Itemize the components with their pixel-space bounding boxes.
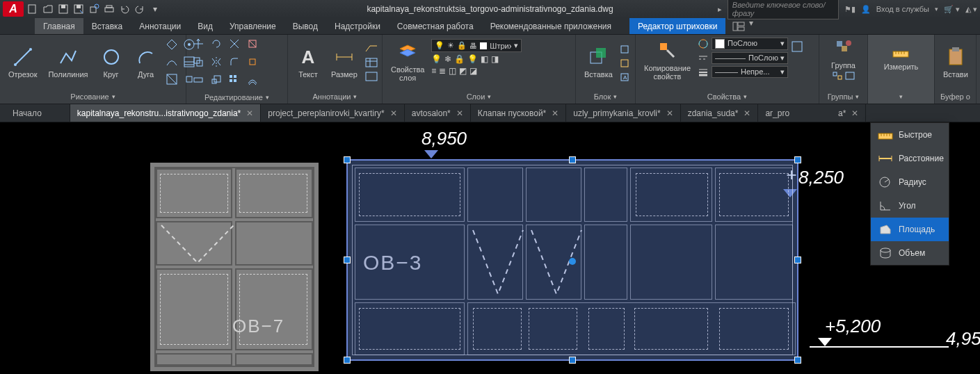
layer-delete-icon[interactable]: ◩ [459,66,467,76]
sign-in-label[interactable]: Вход в службы [876,5,929,13]
layer-iso-icon[interactable]: ◧ [481,54,488,64]
dimension-button[interactable]: Размер [327,44,362,80]
move-icon[interactable] [191,36,206,51]
user-icon[interactable]: 👤 [861,5,871,14]
undo-icon[interactable] [118,3,131,15]
file-tab-home[interactable]: Начало [0,104,70,122]
scale-icon[interactable] [209,72,224,88]
measure-radius[interactable]: Радиус [871,170,949,194]
panel-layers-title[interactable]: Слои▾ [383,90,575,104]
panel-draw-title[interactable]: Рисование▾ [0,90,186,104]
line-button[interactable]: Отрезок [4,44,41,80]
table-icon[interactable] [364,57,378,68]
block-create-icon[interactable] [620,43,632,54]
basket-icon[interactable]: 🛒 ▾ [944,5,960,14]
measure-area[interactable]: Площадь [871,218,949,241]
layer-change-icon[interactable]: ◪ [469,66,477,76]
layer-prev-icon[interactable]: ◨ [491,54,499,64]
spline-icon[interactable] [165,55,180,70]
measure-quick[interactable]: Быстрое [871,123,949,147]
layer-off-icon[interactable]: 💡 [467,54,478,64]
grip-handle[interactable] [794,357,801,364]
grip-handle[interactable] [569,357,576,364]
close-icon[interactable]: ✕ [456,108,463,118]
insert-block-button[interactable]: Вставка [580,44,617,80]
file-tab-5[interactable]: uzly_primykania_krovli*✕ [566,104,680,122]
explode-icon[interactable] [245,54,260,70]
arc-button[interactable]: Дуга [130,44,162,80]
tab-annotate[interactable]: Аннотации [131,18,189,34]
layer-walk-icon[interactable]: ≣ [439,66,446,76]
stretch-icon[interactable] [191,72,206,88]
polyline-button[interactable]: Полилиния [44,44,92,80]
copy-icon[interactable] [191,54,206,70]
rect-icon[interactable] [165,38,180,53]
leader-icon[interactable] [364,43,378,54]
file-tab-3[interactable]: avtosalon*✕ [405,104,471,122]
close-icon[interactable]: ✕ [666,108,673,118]
grip-handle[interactable] [794,156,801,163]
group-button[interactable]: Группа [831,36,856,70]
lineweight-combo[interactable]: ——— Непре...▾ [698,66,788,78]
file-tab-4[interactable]: Клапан пусковой*✕ [471,104,567,122]
mirror-icon[interactable] [209,54,224,70]
offset-icon[interactable] [245,72,260,88]
drawing-canvas[interactable]: 8,950 8,250 + +5,200 4,95 OB−7 [0,122,980,374]
text-button[interactable]: AТекст [292,44,324,80]
measure-volume[interactable]: Объем [871,241,949,265]
rotate-icon[interactable] [209,36,224,51]
tab-home[interactable]: Главная [35,18,83,34]
layer-combo[interactable]: 💡☀🔒🖶Штриховка_Ном..п▾ [431,39,522,52]
file-tab-2[interactable]: project_pereplanirovki_kvartiry*✕ [261,104,404,122]
plot-icon[interactable] [103,3,115,15]
file-tab-1[interactable]: kapitalnaya_rekonstru...istrativnogo_zda… [70,104,261,122]
search-input[interactable]: Введите ключевое слово/фразу [728,0,839,19]
close-icon[interactable]: ✕ [246,108,253,118]
layer-merge-icon[interactable]: ◫ [449,66,456,76]
tab-hatch-editor[interactable]: Редактор штриховки [629,18,725,34]
grip-handle[interactable] [344,357,351,364]
close-icon[interactable]: ✕ [744,108,750,118]
block-attr-icon[interactable]: A [620,71,632,82]
measure-angle[interactable]: Угол [871,194,949,218]
layer-properties-button[interactable]: Свойства слоя [387,39,428,83]
tab-output[interactable]: Вывод [284,18,326,34]
match-properties-button[interactable]: Копирование свойств [640,38,695,82]
close-icon[interactable]: ✕ [390,108,397,118]
circle-button[interactable]: Круг [95,44,127,80]
trim-icon[interactable] [227,36,242,51]
layer-lock-icon[interactable]: 🔒 [454,54,465,64]
grip-handle[interactable] [794,257,801,263]
drawing-selection[interactable]: OB−3 [346,159,798,361]
panel-annot-title[interactable]: Аннотации▾ [288,90,382,104]
autodesk-account-icon[interactable]: ⚑▮ [844,5,856,14]
save-icon[interactable] [57,3,70,15]
new-icon[interactable] [26,3,39,15]
panel-block-title[interactable]: Блок▾ [576,90,635,104]
app-logo[interactable]: A [3,1,24,17]
grip-handle[interactable] [344,257,351,263]
measure-distance[interactable]: Расстояние [871,147,949,170]
panel-filter-icon[interactable] [732,18,745,34]
layer-state-icon[interactable]: ≡ [431,66,436,76]
close-icon[interactable]: ✕ [552,108,559,118]
tab-collab[interactable]: Совместная работа [389,18,482,34]
file-tab-6[interactable]: zdania_suda*✕ [681,104,759,122]
grip-handle[interactable] [344,156,351,163]
group-edit-icon[interactable] [844,71,856,81]
panel-utils-title[interactable]: ▾ [868,90,934,104]
help-icon[interactable]: ◭ ▾ [965,5,977,14]
layer-freeze-icon[interactable]: ❄ [444,54,451,64]
tab-featured[interactable]: Рекомендованные приложения [482,18,620,34]
info-arrow-icon[interactable]: ▸ [718,5,722,14]
panel-clip-title[interactable]: Буфер о [935,90,976,104]
measure-button[interactable]: Измерить [880,36,923,72]
panel-groups-title[interactable]: Группы▾ [819,90,867,104]
fillet-icon[interactable] [227,54,242,70]
array-icon[interactable] [227,72,242,88]
grip-handle[interactable] [569,156,576,163]
cloud-icon[interactable] [364,71,378,82]
panel-modify-title[interactable]: Редактирование▾ [186,90,287,104]
panel-props-title[interactable]: Свойства▾ [636,90,819,104]
color-combo[interactable]: ПоСлою▾ [698,38,788,50]
